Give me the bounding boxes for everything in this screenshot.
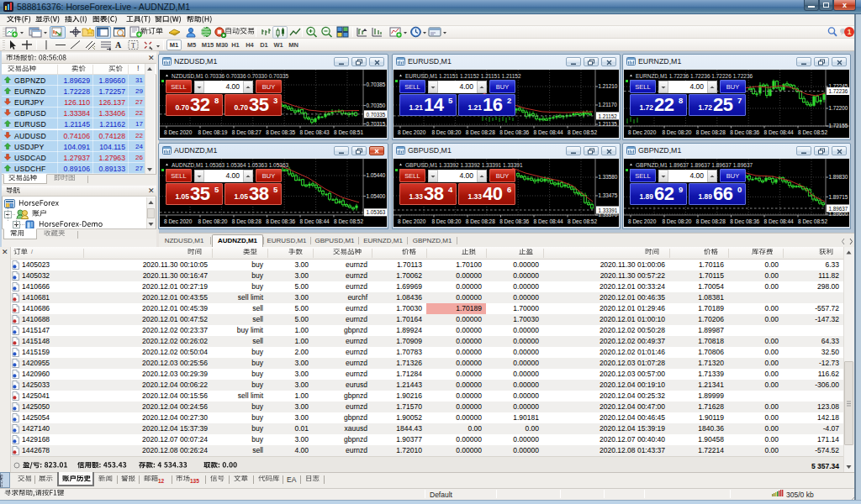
svg-text:8 Dec 2020: 8 Dec 2020 [628, 218, 657, 224]
svg-text:1.89715: 1.89715 [829, 194, 848, 200]
svg-text:8 Dec 08:44: 8 Dec 08:44 [534, 129, 563, 135]
svg-text:1.89637: 1.89637 [829, 206, 848, 212]
svg-text:8 Dec 08:20: 8 Dec 08:20 [431, 218, 461, 224]
svg-text:8 Dec 08:20: 8 Dec 08:20 [431, 129, 461, 135]
svg-text:T: T [131, 42, 135, 50]
svg-text:8 Dec 08:44: 8 Dec 08:44 [300, 218, 330, 224]
svg-text:GBPNZD,M1 1.89637 1.89637 1.8: GBPNZD,M1 1.89637 1.89637 1.89637 1.8963… [636, 162, 753, 168]
svg-text:1.72155: 1.72155 [829, 123, 848, 129]
svg-text:1.05440: 1.05440 [367, 172, 386, 178]
svg-text:8 Dec 08:52: 8 Dec 08:52 [568, 129, 597, 135]
svg-text:8 Dec 08:19: 8 Dec 08:19 [198, 129, 227, 135]
svg-text:8 Dec 2020: 8 Dec 2020 [398, 129, 426, 135]
svg-text:8 Dec 2020: 8 Dec 2020 [628, 129, 657, 135]
svg-text:8 Dec 08:28: 8 Dec 08:28 [466, 218, 495, 224]
svg-text:8 Dec 08:43: 8 Dec 08:43 [300, 129, 330, 135]
svg-text:8 Dec 08:44: 8 Dec 08:44 [764, 218, 794, 224]
svg-text:1.72200: 1.72200 [829, 105, 848, 111]
svg-text:8 Dec 08:28: 8 Dec 08:28 [232, 218, 261, 224]
svg-text:8 Dec 08:27: 8 Dec 08:27 [232, 129, 261, 135]
svg-text:8 Dec 08:28: 8 Dec 08:28 [466, 129, 495, 135]
svg-text:8 Dec 08:28: 8 Dec 08:28 [696, 218, 726, 224]
svg-text:8 Dec 08:52: 8 Dec 08:52 [798, 218, 827, 224]
svg-text:8 Dec 08:52: 8 Dec 08:52 [334, 218, 363, 224]
svg-text:1.21135: 1.21135 [599, 121, 618, 127]
svg-text:8 Dec 08:36: 8 Dec 08:36 [730, 129, 759, 135]
svg-text:8 Dec 08:20: 8 Dec 08:20 [198, 218, 227, 224]
svg-text:8 Dec 08:28: 8 Dec 08:28 [696, 129, 726, 135]
svg-text:0.70385: 0.70385 [367, 81, 386, 87]
svg-text:1.21152: 1.21152 [599, 113, 618, 119]
svg-text:8 Dec 08:52: 8 Dec 08:52 [568, 218, 597, 224]
svg-text:8 Dec 08:20: 8 Dec 08:20 [662, 218, 691, 224]
svg-text:8 Dec 08:36: 8 Dec 08:36 [730, 218, 759, 224]
svg-text:8 Dec 2020: 8 Dec 2020 [164, 218, 193, 224]
svg-text:1.21170: 1.21170 [599, 102, 618, 108]
svg-text:1.33580: 1.33580 [599, 174, 618, 180]
svg-text:8 Dec 08:20: 8 Dec 08:20 [662, 129, 691, 135]
svg-text:EURUSD,M1 1.21151 1.21152 1.2: EURUSD,M1 1.21151 1.21152 1.21151 1.2115… [405, 73, 521, 79]
svg-text:AUDNZD,M1 1.05363 1.05364 1.0: AUDNZD,M1 1.05363 1.05364 1.05363 1.0536… [172, 162, 289, 168]
svg-text:1.33391: 1.33391 [599, 207, 618, 213]
svg-text:1.89830: 1.89830 [829, 174, 848, 180]
svg-text:0.70335: 0.70335 [367, 112, 386, 118]
svg-text:8 Dec 08:36: 8 Dec 08:36 [266, 218, 295, 224]
svg-text:1.05400: 1.05400 [367, 193, 386, 199]
svg-text:8 Dec 08:44: 8 Dec 08:44 [764, 129, 794, 135]
svg-text:1: 1 [848, 28, 852, 36]
svg-text:8 Dec 08:44: 8 Dec 08:44 [534, 218, 563, 224]
svg-text:8 Dec 08:51: 8 Dec 08:51 [334, 129, 363, 135]
svg-text:8 Dec 08:36: 8 Dec 08:36 [499, 218, 529, 224]
svg-text:8 Dec 08:35: 8 Dec 08:35 [266, 129, 295, 135]
svg-text:0.70350: 0.70350 [367, 102, 386, 108]
svg-text:NZDUSD,M1 0.70336 0.70336 0.7: NZDUSD,M1 0.70336 0.70336 0.70330 0.7033… [172, 73, 289, 79]
svg-text:8 Dec 2020: 8 Dec 2020 [164, 129, 193, 135]
svg-text:1.72236: 1.72236 [829, 88, 848, 94]
svg-text:8 Dec 08:36: 8 Dec 08:36 [499, 129, 529, 135]
svg-text:0.70315: 0.70315 [367, 121, 386, 127]
svg-text:8 Dec 08:52: 8 Dec 08:52 [798, 129, 827, 135]
svg-text:8 Dec 2020: 8 Dec 2020 [398, 218, 426, 224]
svg-text:1.33475: 1.33475 [599, 192, 618, 198]
svg-text:1.21210: 1.21210 [599, 83, 618, 89]
svg-text:GBPUSD,M1 1.33392 1.33392 1.3: GBPUSD,M1 1.33392 1.33392 1.33391 1.3339… [405, 162, 523, 168]
svg-text:EURNZD,M1 1.72236 1.72236 1.7: EURNZD,M1 1.72236 1.72236 1.72226 1.7223… [636, 73, 753, 79]
svg-text:1.05363: 1.05363 [367, 209, 386, 215]
